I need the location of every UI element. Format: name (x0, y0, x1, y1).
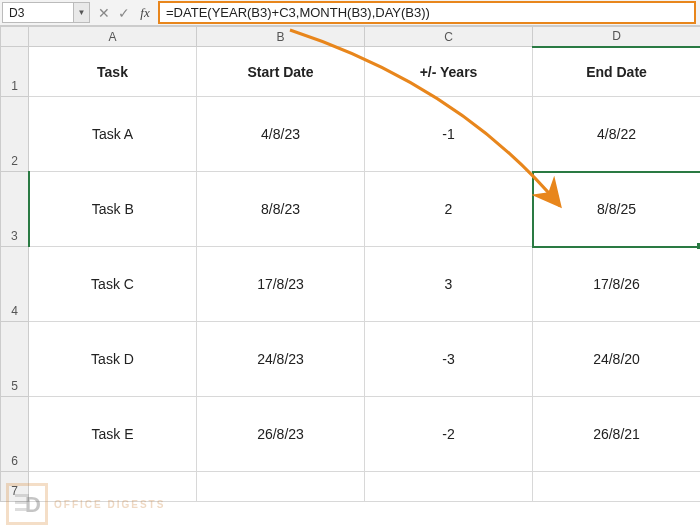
fx-icon[interactable]: fx (134, 0, 156, 25)
spreadsheet-grid: A B C D 1 Task Start Date +/- Years End … (0, 26, 700, 531)
cell-B1[interactable]: Start Date (197, 47, 365, 97)
cell-B5[interactable]: 24/8/23 (197, 322, 365, 397)
row-header-4[interactable]: 4 (1, 247, 29, 322)
cell-C2[interactable]: -1 (365, 97, 533, 172)
name-box-dropdown[interactable]: ▼ (74, 2, 90, 23)
watermark-letter: D (25, 492, 41, 518)
cell-D7[interactable] (533, 472, 701, 502)
cell-B4[interactable]: 17/8/23 (197, 247, 365, 322)
row-header-6[interactable]: 6 (1, 397, 29, 472)
cell-C1[interactable]: +/- Years (365, 47, 533, 97)
row-2: 2 Task A 4/8/23 -1 4/8/22 (1, 97, 701, 172)
col-header-D[interactable]: D (533, 27, 701, 47)
col-header-A[interactable]: A (29, 27, 197, 47)
select-all-corner[interactable] (1, 27, 29, 47)
row-header-1[interactable]: 1 (1, 47, 29, 97)
watermark-logo-icon: D (6, 483, 48, 525)
cancel-formula-icon[interactable]: ✕ (94, 0, 114, 25)
col-header-C[interactable]: C (365, 27, 533, 47)
column-header-row: A B C D (1, 27, 701, 47)
cell-B3[interactable]: 8/8/23 (197, 172, 365, 247)
cell-C3[interactable]: 2 (365, 172, 533, 247)
enter-formula-icon[interactable]: ✓ (114, 0, 134, 25)
name-box[interactable]: D3 (2, 2, 74, 23)
row-3: 3 Task B 8/8/23 2 8/8/25 (1, 172, 701, 247)
cell-D3-value: 8/8/25 (597, 201, 636, 217)
row-header-5[interactable]: 5 (1, 322, 29, 397)
cell-C4[interactable]: 3 (365, 247, 533, 322)
cell-A5[interactable]: Task D (29, 322, 197, 397)
watermark-text: OFFICE DIGESTS (54, 499, 165, 510)
cell-D1[interactable]: End Date (533, 47, 701, 97)
row-4: 4 Task C 17/8/23 3 17/8/26 (1, 247, 701, 322)
cell-D6[interactable]: 26/8/21 (533, 397, 701, 472)
row-5: 5 Task D 24/8/23 -3 24/8/20 (1, 322, 701, 397)
cell-A6[interactable]: Task E (29, 397, 197, 472)
cell-B6[interactable]: 26/8/23 (197, 397, 365, 472)
row-6: 6 Task E 26/8/23 -2 26/8/21 (1, 397, 701, 472)
cell-D4[interactable]: 17/8/26 (533, 247, 701, 322)
cell-D5[interactable]: 24/8/20 (533, 322, 701, 397)
cell-B7[interactable] (197, 472, 365, 502)
cell-B2[interactable]: 4/8/23 (197, 97, 365, 172)
cell-C5[interactable]: -3 (365, 322, 533, 397)
formula-input[interactable]: =DATE(YEAR(B3)+C3,MONTH(B3),DAY(B3)) (158, 1, 696, 24)
cell-A3[interactable]: Task B (29, 172, 197, 247)
cell-D3[interactable]: 8/8/25 (533, 172, 701, 247)
watermark: D OFFICE DIGESTS (6, 483, 165, 525)
formula-bar-row: D3 ▼ ✕ ✓ fx =DATE(YEAR(B3)+C3,MONTH(B3),… (0, 0, 700, 26)
row-1: 1 Task Start Date +/- Years End Date (1, 47, 701, 97)
cell-D2[interactable]: 4/8/22 (533, 97, 701, 172)
row-header-2[interactable]: 2 (1, 97, 29, 172)
cell-C7[interactable] (365, 472, 533, 502)
row-header-3[interactable]: 3 (1, 172, 29, 247)
cell-A1[interactable]: Task (29, 47, 197, 97)
cell-A4[interactable]: Task C (29, 247, 197, 322)
col-header-B[interactable]: B (197, 27, 365, 47)
cell-C6[interactable]: -2 (365, 397, 533, 472)
cell-A2[interactable]: Task A (29, 97, 197, 172)
